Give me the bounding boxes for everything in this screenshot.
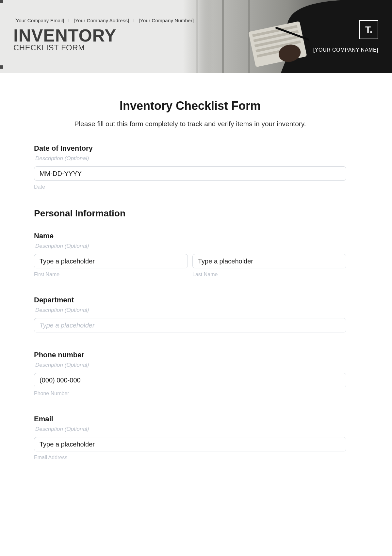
company-address: [Your Company Address] (74, 18, 129, 23)
field-phone: Phone number Description (Optional) Phon… (34, 351, 346, 396)
last-name-hint: Last Name (192, 272, 346, 278)
separator: I (68, 18, 70, 23)
banner-subtitle: CHECKLIST FORM (13, 43, 85, 52)
banner-title: INVENTORY (13, 25, 116, 45)
header-banner: [Your Company Email] I [Your Company Add… (0, 0, 392, 73)
form-title: Inventory Checklist Form (34, 99, 346, 113)
decorative-tab (0, 65, 3, 69)
email-hint: Email Address (34, 455, 346, 461)
decorative-tabs (0, 0, 3, 73)
email-description[interactable]: Description (Optional) (35, 426, 346, 432)
first-name-hint: First Name (34, 272, 188, 278)
first-name-input[interactable] (34, 254, 188, 268)
name-description[interactable]: Description (Optional) (35, 243, 346, 249)
email-label: Email (34, 415, 346, 423)
date-label: Date of Inventory (34, 144, 346, 153)
name-label: Name (34, 232, 346, 240)
section-personal-info: Personal Information (34, 208, 346, 219)
company-name: [YOUR COMPANY NAME] (313, 47, 378, 53)
field-name: Name Description (Optional) First Name L… (34, 232, 346, 278)
email-input[interactable] (34, 437, 346, 451)
page: [Your Company Email] I [Your Company Add… (0, 0, 392, 470)
field-email: Email Description (Optional) Email Addre… (34, 415, 346, 461)
field-department: Department Description (Optional) (34, 296, 346, 332)
phone-input[interactable] (34, 373, 346, 387)
department-description[interactable]: Description (Optional) (35, 307, 346, 313)
decorative-tab (0, 0, 3, 3)
field-date: Date of Inventory Description (Optional)… (34, 144, 346, 190)
date-description[interactable]: Description (Optional) (35, 155, 346, 162)
banner-brand: T. [YOUR COMPANY NAME] (313, 20, 378, 53)
company-contact: [Your Company Email] I [Your Company Add… (14, 18, 194, 23)
last-name-input[interactable] (192, 254, 346, 268)
form-intro: Please fill out this form completely to … (34, 120, 346, 128)
phone-description[interactable]: Description (Optional) (35, 362, 346, 368)
department-label: Department (34, 296, 346, 304)
svg-rect-12 (183, 0, 268, 73)
phone-label: Phone number (34, 351, 346, 359)
form-content: Inventory Checklist Form Please fill out… (0, 73, 392, 470)
date-input[interactable] (34, 166, 346, 181)
department-input[interactable] (34, 318, 346, 332)
company-email: [Your Company Email] (14, 18, 64, 23)
logo-icon: T. (359, 20, 378, 39)
date-hint: Date (34, 184, 346, 190)
phone-hint: Phone Number (34, 391, 346, 396)
separator: I (133, 18, 135, 23)
company-number: [Your Company Number] (139, 18, 194, 23)
